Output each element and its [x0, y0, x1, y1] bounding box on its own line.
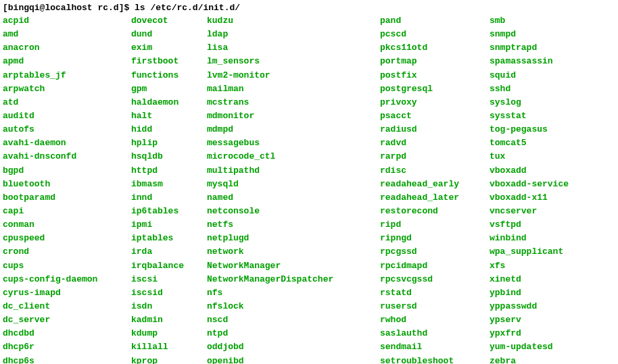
file-entry: iptables	[131, 232, 199, 245]
file-entry: kadmin	[131, 313, 199, 327]
file-entry: iscsi	[131, 273, 199, 286]
file-entry: conman	[3, 218, 123, 232]
file-entry: rpcsvcgssd	[380, 273, 481, 286]
file-entry: ypserv	[490, 313, 591, 327]
file-entry: nscd	[207, 313, 372, 327]
file-entry: bootparamd	[3, 191, 123, 205]
file-entry: bluetooth	[3, 178, 123, 191]
file-entry: crond	[3, 245, 123, 259]
file-entry: winbind	[490, 232, 591, 245]
file-entry: httpd	[131, 164, 199, 178]
column-3: kudzuldaplisalm_sensorslvm2-monitormailm…	[207, 14, 372, 364]
file-entry: hplip	[131, 136, 199, 150]
file-entry: kudzu	[207, 14, 372, 28]
file-entry: vboxadd	[490, 164, 591, 178]
file-entry: cups	[3, 259, 123, 273]
file-entry: tomcat5	[490, 136, 591, 150]
file-entry: ipmi	[131, 218, 199, 232]
file-entry: auditd	[3, 109, 123, 123]
file-entry: NetworkManagerDispatcher	[207, 273, 372, 286]
file-entry: autofs	[3, 123, 123, 136]
file-entry: nfslock	[207, 300, 372, 313]
column-4: pandpcscdpkcs11otdportmappostfixpostgres…	[380, 14, 481, 364]
file-entry: restorecond	[380, 205, 481, 218]
file-entry: ypbind	[490, 286, 591, 300]
file-entry: openibd	[207, 355, 372, 364]
file-entry: rwhod	[380, 313, 481, 327]
file-entry: wpa_supplicant	[490, 245, 591, 259]
file-entry: amd	[3, 28, 123, 41]
file-entry: snmptrapd	[490, 41, 591, 55]
file-entry: rusersd	[380, 300, 481, 313]
file-entry: portmap	[380, 55, 481, 68]
file-entry: mailman	[207, 82, 372, 96]
file-entry: xfs	[490, 259, 591, 273]
file-entry: firstboot	[131, 55, 199, 68]
file-entry: ibmasm	[131, 178, 199, 191]
file-entry: iscsid	[131, 286, 199, 300]
file-entry: lisa	[207, 41, 372, 55]
file-entry: dhcp6s	[3, 355, 123, 364]
prompt-command: ls /etc/rc.d/init.d/	[135, 3, 240, 13]
file-entry: mdmonitor	[207, 109, 372, 123]
file-entry: yum-updatesd	[490, 340, 591, 354]
file-entry: ldap	[207, 28, 372, 41]
file-entry: haldaemon	[131, 96, 199, 109]
file-entry: mcstrans	[207, 96, 372, 109]
file-entry: ripngd	[380, 232, 481, 245]
file-entry: functions	[131, 69, 199, 82]
file-entry: lm_sensors	[207, 55, 372, 68]
file-entry: ypxfrd	[490, 327, 591, 340]
file-entry: vboxadd-service	[490, 178, 591, 191]
file-entry: atd	[3, 96, 123, 109]
file-entry: mysqld	[207, 178, 372, 191]
file-entry: sshd	[490, 82, 591, 96]
file-entry: pand	[380, 14, 481, 28]
file-entry: tux	[490, 150, 591, 163]
file-entry: killall	[131, 340, 199, 354]
file-entry: isdn	[131, 300, 199, 313]
file-entry: pkcs11otd	[380, 41, 481, 55]
file-entry: yppasswdd	[490, 300, 591, 313]
file-entry: oddjobd	[207, 340, 372, 354]
file-entry: zebra	[490, 355, 591, 364]
ls-output: acpidamdanacronapmdarptables_jfarpwatcha…	[3, 14, 615, 364]
file-entry: sendmail	[380, 340, 481, 354]
file-entry: pcscd	[380, 28, 481, 41]
file-entry: rpcgssd	[380, 245, 481, 259]
file-entry: dc_client	[3, 300, 123, 313]
file-entry: spamassassin	[490, 55, 591, 68]
file-entry: postfix	[380, 69, 481, 82]
file-entry: named	[207, 191, 372, 205]
file-entry: anacron	[3, 41, 123, 55]
file-entry: cups-config-daemon	[3, 273, 123, 286]
file-entry: cyrus-imapd	[3, 286, 123, 300]
file-entry: network	[207, 245, 372, 259]
file-entry: dhcp6r	[3, 340, 123, 354]
column-1: acpidamdanacronapmdarptables_jfarpwatcha…	[3, 14, 123, 364]
file-entry: irda	[131, 245, 199, 259]
file-entry: apmd	[3, 55, 123, 68]
file-entry: radiusd	[380, 123, 481, 136]
file-entry: snmpd	[490, 28, 591, 41]
file-entry: capi	[3, 205, 123, 218]
file-entry: avahi-dnsconfd	[3, 150, 123, 163]
file-entry: avahi-daemon	[3, 136, 123, 150]
file-entry: sysstat	[490, 109, 591, 123]
file-entry: dovecot	[131, 14, 199, 28]
file-entry: dc_server	[3, 313, 123, 327]
file-entry: innd	[131, 191, 199, 205]
file-entry: psacct	[380, 109, 481, 123]
file-entry: setroubleshoot	[380, 355, 481, 364]
file-entry: exim	[131, 41, 199, 55]
file-entry: ip6tables	[131, 205, 199, 218]
file-entry: netplugd	[207, 232, 372, 245]
file-entry: ntpd	[207, 327, 372, 340]
file-entry: mdmpd	[207, 123, 372, 136]
file-entry: saslauthd	[380, 327, 481, 340]
file-entry: xinetd	[490, 273, 591, 286]
file-entry: vncserver	[490, 205, 591, 218]
file-entry: rstatd	[380, 286, 481, 300]
file-entry: postgresql	[380, 82, 481, 96]
column-2: dovecotdundeximfirstbootfunctionsgpmhald…	[131, 14, 199, 364]
